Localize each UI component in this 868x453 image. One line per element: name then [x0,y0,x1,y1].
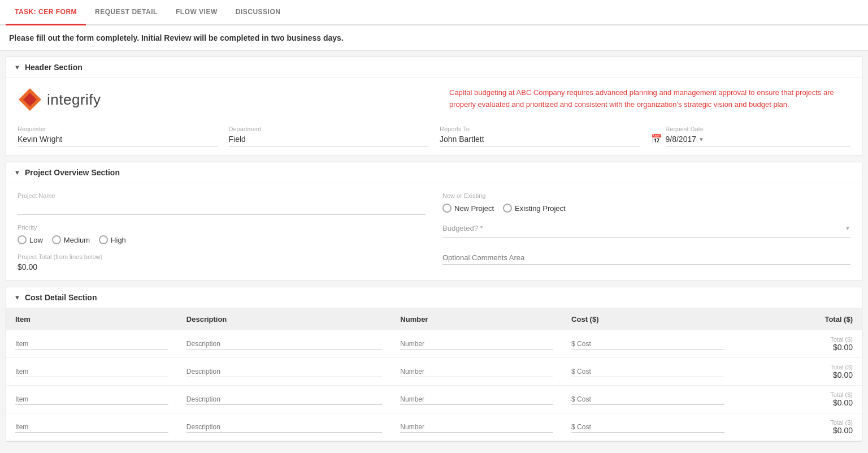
number-input-1[interactable] [400,366,553,377]
table-row: Total ($) $0.00 [6,358,862,386]
form-banner: Please fill out the form completely. Ini… [0,25,868,51]
comments-input[interactable] [442,251,850,265]
date-dropdown-icon[interactable]: ▼ [698,136,704,143]
col-cost: Cost ($) [562,308,734,330]
header-description-text: Capital budgeting at ABC Company require… [449,88,834,109]
priority-high[interactable]: High [99,235,126,244]
radio-low-icon [18,235,27,244]
priority-low[interactable]: Low [18,235,43,244]
total-value-2: $0.00 [743,398,853,407]
new-project-option[interactable]: New Project [442,204,494,213]
priority-field: Priority Low Medium [18,224,426,244]
existing-project-option[interactable]: Existing Project [503,204,566,213]
tab-flow-view[interactable]: FLOW VIEW [167,0,227,25]
table-row: Total ($) $0.00 [6,330,862,358]
logo-text: integrify [47,91,101,109]
tab-cer-form[interactable]: TASK: CER FORM [6,0,86,25]
department-value: Field [229,135,429,146]
col-item: Item [6,308,177,330]
tab-discussion[interactable]: DISCUSSION [227,0,290,25]
table-row: Total ($) $0.00 [6,386,862,413]
total-label-1: Total ($) [743,364,853,370]
project-overview-header[interactable]: ▼ Project Overview Section [6,162,862,183]
new-or-existing-radio-group: New Project Existing Project [442,204,850,213]
cost-input-0[interactable] [571,339,724,350]
reports-to-field: Reports To John Bartlett [440,126,640,146]
cost-detail-title: Cost Detail Section [25,293,97,302]
number-input-0[interactable] [400,339,553,350]
priority-radio-group: Low Medium High [18,235,426,244]
department-label: Department [229,126,429,132]
priority-medium[interactable]: Medium [52,235,90,244]
description-input-0[interactable] [186,339,383,350]
project-total-label: Project Total (from lines below) [18,253,426,260]
header-section-content: integrify Capital budgeting at ABC Compa… [6,78,862,156]
header-chevron-icon: ▼ [14,64,20,71]
description-input-1[interactable] [186,366,383,377]
project-overview-chevron-icon: ▼ [14,169,20,176]
description-input-3[interactable] [186,422,383,433]
banner-text: Please fill out the form completely. Ini… [9,33,344,42]
col-total: Total ($) [734,308,862,330]
number-input-2[interactable] [400,394,553,405]
cost-detail-section: ▼ Cost Detail Section Item Description N… [6,287,862,442]
priority-label: Priority [18,224,426,231]
reports-to-value: John Bartlett [440,135,640,146]
total-label-0: Total ($) [743,336,853,343]
tabs-bar: TASK: CER FORM REQUEST DETAIL FLOW VIEW … [0,0,868,25]
item-input-2[interactable] [15,394,168,405]
cost-detail-chevron-icon: ▼ [14,294,20,301]
requester-field: Requester Kevin Wright [18,126,218,146]
project-total-value: $0.00 [18,262,426,271]
radio-existing-project-icon [503,204,512,213]
tab-request-detail[interactable]: REQUEST DETAIL [86,0,167,25]
cost-input-2[interactable] [571,394,724,405]
total-value-0: $0.00 [743,343,853,352]
requester-label: Requester [18,126,218,132]
project-name-field: Project Name [18,192,426,215]
main-content: ▼ Header Section integrify Capital budge… [0,51,868,453]
existing-project-label: Existing Project [515,204,566,213]
project-total-field: Project Total (from lines below) $0.00 [18,253,426,271]
logo-area: integrify [18,87,101,112]
description-input-2[interactable] [186,394,383,405]
new-or-existing-label: New or Existing [442,192,850,199]
radio-medium-icon [52,235,61,244]
budgeted-dropdown-icon: ▼ [845,225,850,231]
table-row: Total ($) $0.00 [6,413,862,441]
project-overview-section: ▼ Project Overview Section Project Name … [6,162,862,281]
header-section-header[interactable]: ▼ Header Section [6,57,862,78]
cost-detail-header[interactable]: ▼ Cost Detail Section [6,287,862,308]
project-overview-title: Project Overview Section [25,168,120,177]
new-project-label: New Project [454,204,494,213]
budgeted-select[interactable]: Budgeted? * Yes No [442,222,845,235]
cost-input-3[interactable] [571,422,724,433]
budgeted-field: Budgeted? * Yes No ▼ [442,222,850,238]
total-label-3: Total ($) [743,419,853,426]
reports-to-label: Reports To [440,126,640,132]
new-or-existing-field: New or Existing New Project Existing Pro… [442,192,850,213]
cost-detail-content: Item Description Number Cost ($) Total (… [6,308,862,441]
project-name-label: Project Name [18,192,426,199]
cost-table: Item Description Number Cost ($) Total (… [6,308,862,441]
requester-value: Kevin Wright [18,135,218,146]
header-section: ▼ Header Section integrify Capital budge… [6,57,862,156]
request-date-field: 📅 Request Date 9/8/2017 ▼ [651,126,851,146]
request-date-label: Request Date [666,126,851,132]
priority-low-label: Low [29,236,43,244]
priority-high-label: High [111,236,126,244]
project-name-input[interactable] [18,201,426,215]
total-label-2: Total ($) [743,391,853,398]
item-input-0[interactable] [15,339,168,350]
item-input-3[interactable] [15,422,168,433]
radio-new-project-icon [442,204,452,213]
calendar-icon: 📅 [651,133,662,144]
number-input-3[interactable] [400,422,553,433]
total-value-3: $0.00 [743,426,853,435]
radio-high-icon [99,235,108,244]
cost-input-1[interactable] [571,366,724,377]
header-description: Capital budgeting at ABC Company require… [427,87,850,111]
item-input-1[interactable] [15,366,168,377]
total-value-1: $0.00 [743,370,853,379]
header-section-title: Header Section [25,63,83,72]
